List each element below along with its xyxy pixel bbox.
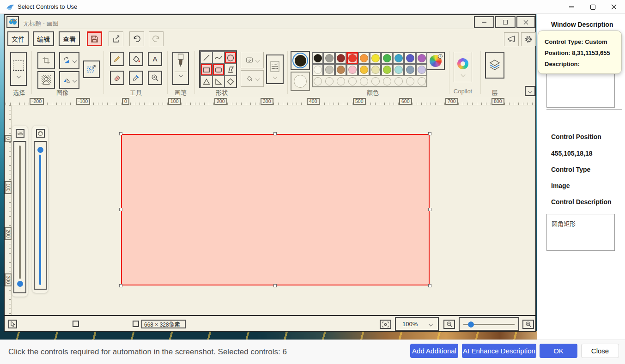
- handle-bottom-left[interactable]: [119, 284, 122, 287]
- control-description-input[interactable]: 圆角矩形: [546, 214, 615, 251]
- handle-top-center[interactable]: [273, 132, 277, 135]
- screenshot-region[interactable]: 无标题 - 画图 文件 编辑 查看: [0, 14, 537, 340]
- selection-tool[interactable]: [10, 52, 27, 86]
- red-color-swatch[interactable]: [346, 52, 358, 64]
- menu-edit-button[interactable]: 编辑: [33, 31, 54, 46]
- opacity-slider[interactable]: [34, 141, 47, 290]
- handle-middle-left[interactable]: [119, 208, 122, 211]
- color-swatch[interactable]: [358, 64, 370, 76]
- triangle-shape[interactable]: [201, 76, 212, 87]
- flip-button[interactable]: [59, 71, 79, 89]
- empty-color-slot[interactable]: [406, 77, 414, 85]
- fill-tool[interactable]: [129, 52, 143, 66]
- ribbon-collapse-button[interactable]: [525, 86, 535, 96]
- background-color-well[interactable]: [291, 72, 310, 91]
- color-swatch[interactable]: [323, 52, 335, 64]
- rounded-rectangle-shape[interactable]: [213, 64, 224, 75]
- empty-color-slot[interactable]: [314, 77, 322, 85]
- zoom-out-button[interactable]: [443, 320, 455, 329]
- empty-color-slot[interactable]: [325, 77, 334, 85]
- color-swatch[interactable]: [393, 52, 404, 64]
- menu-view-button[interactable]: 查看: [59, 31, 80, 46]
- window-close-button[interactable]: [603, 0, 625, 14]
- color-swatch[interactable]: [312, 52, 323, 64]
- foreground-color-well[interactable]: [291, 51, 310, 70]
- color-swatch[interactable]: [370, 52, 381, 64]
- color-picker-tool[interactable]: [129, 71, 143, 85]
- polygon-shape[interactable]: [225, 64, 236, 75]
- paint-maximize-button[interactable]: [495, 16, 516, 28]
- paint-app-icon[interactable]: [6, 16, 19, 28]
- crop-button[interactable]: [37, 52, 55, 69]
- save-button[interactable]: [87, 31, 102, 46]
- zoom-slider-handle[interactable]: [468, 322, 474, 328]
- color-swatch[interactable]: [370, 64, 381, 76]
- shape-fill-dropdown[interactable]: [241, 70, 264, 87]
- share-button[interactable]: [109, 31, 123, 46]
- settings-button[interactable]: [521, 32, 536, 46]
- resize-button[interactable]: [83, 61, 100, 78]
- opacity-slider-handle[interactable]: [35, 145, 45, 155]
- color-swatch[interactable]: [335, 52, 346, 64]
- magnifier-tool[interactable]: [148, 71, 162, 85]
- right-triangle-shape[interactable]: [213, 76, 224, 87]
- handle-bottom-right[interactable]: [428, 284, 431, 287]
- line-shape[interactable]: [201, 52, 212, 63]
- fit-to-screen-button[interactable]: [380, 320, 391, 329]
- thickness-slider-handle[interactable]: [15, 279, 25, 289]
- empty-color-slot[interactable]: [360, 77, 368, 85]
- color-swatch[interactable]: [416, 52, 427, 64]
- empty-color-slot[interactable]: [348, 77, 357, 85]
- rectangle-shape[interactable]: [201, 64, 212, 75]
- window-minimize-button[interactable]: [561, 0, 582, 14]
- empty-color-slot[interactable]: [418, 77, 426, 85]
- menu-file-button[interactable]: 文件: [7, 31, 29, 46]
- shape-outline-dropdown[interactable]: [241, 52, 264, 68]
- paint-minimize-button[interactable]: [474, 16, 494, 28]
- color-swatch[interactable]: [393, 64, 404, 76]
- remove-background-button[interactable]: [37, 71, 55, 89]
- ok-button[interactable]: OK: [540, 344, 577, 358]
- zoom-slider[interactable]: [459, 317, 519, 331]
- close-button[interactable]: Close: [581, 344, 619, 358]
- diamond-shape[interactable]: [225, 76, 236, 87]
- ellipse-shape[interactable]: [225, 52, 236, 63]
- color-swatch[interactable]: [404, 64, 416, 76]
- pencil-tool[interactable]: [110, 52, 124, 66]
- edit-colors-button[interactable]: +: [426, 52, 445, 70]
- color-swatch[interactable]: [323, 64, 335, 76]
- color-swatch[interactable]: [381, 52, 393, 64]
- curve-shape[interactable]: [213, 52, 224, 63]
- rotate-button[interactable]: [59, 52, 79, 69]
- text-tool[interactable]: A: [148, 52, 162, 66]
- handle-top-right[interactable]: [428, 132, 431, 135]
- color-swatch[interactable]: [358, 52, 370, 64]
- empty-color-slot[interactable]: [371, 77, 380, 85]
- undo-button[interactable]: [129, 31, 144, 46]
- layers-button[interactable]: [485, 52, 504, 79]
- color-swatch[interactable]: [416, 64, 427, 76]
- copilot-button[interactable]: [454, 52, 472, 82]
- redo-button[interactable]: [149, 31, 164, 46]
- handle-middle-right[interactable]: [428, 208, 431, 211]
- ai-enhance-description-button[interactable]: AI Enhance Description: [462, 344, 536, 358]
- paint-close-button[interactable]: [516, 16, 535, 28]
- empty-color-slot[interactable]: [394, 77, 403, 85]
- empty-color-slot[interactable]: [383, 77, 391, 85]
- stroke-width-button[interactable]: [266, 55, 284, 84]
- handle-top-left[interactable]: [119, 132, 122, 135]
- handle-bottom-center[interactable]: [273, 284, 277, 287]
- zoom-level-dropdown[interactable]: 100%: [395, 317, 439, 331]
- empty-color-slot[interactable]: [337, 77, 345, 85]
- zoom-in-button[interactable]: [522, 320, 534, 329]
- thickness-slider[interactable]: [13, 141, 26, 293]
- brushes-button[interactable]: [172, 52, 189, 85]
- color-swatch[interactable]: [381, 64, 393, 76]
- add-additional-button[interactable]: Add Additional: [410, 344, 458, 358]
- color-swatch[interactable]: [346, 64, 358, 76]
- canvas-shape[interactable]: [121, 134, 430, 285]
- eraser-tool[interactable]: [110, 71, 124, 85]
- paint-window[interactable]: 无标题 - 画图 文件 编辑 查看: [4, 14, 536, 332]
- color-swatch[interactable]: [335, 64, 346, 76]
- feedback-button[interactable]: [504, 32, 519, 46]
